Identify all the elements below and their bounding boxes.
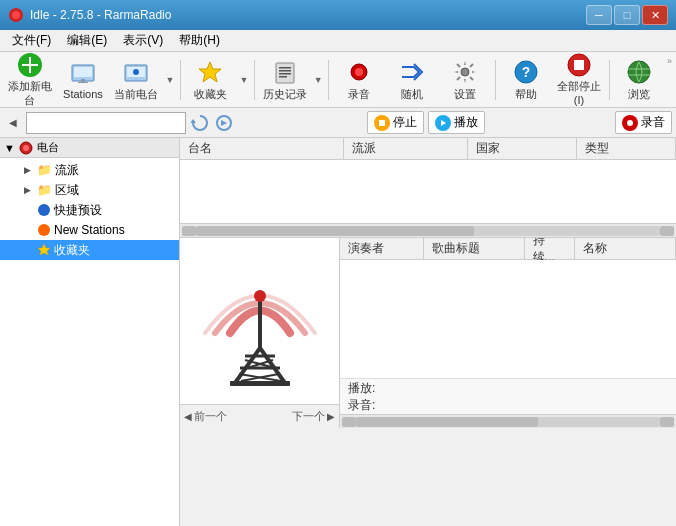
scroll-track[interactable]	[196, 226, 660, 236]
maximize-button[interactable]: □	[614, 5, 640, 25]
svg-rect-14	[279, 67, 291, 69]
scroll-right-btn[interactable]	[660, 226, 674, 236]
tree-item-presets[interactable]: 快捷预设	[0, 200, 179, 220]
rec-icon	[622, 115, 638, 131]
player-back-arrow[interactable]: ◀	[4, 114, 22, 132]
tree-item-genre[interactable]: ▶ 📁 流派	[0, 160, 179, 180]
next-arrow-icon: ▶	[327, 411, 335, 422]
play-button[interactable]: 播放	[428, 111, 485, 134]
record-icon	[345, 58, 373, 86]
svg-rect-8	[78, 82, 88, 83]
tree-item-region[interactable]: ▶ 📁 区域	[0, 180, 179, 200]
radio-tower-svg	[195, 268, 325, 398]
next-button[interactable]: 下一个 ▶	[292, 409, 335, 424]
col-performer[interactable]: 演奏者	[340, 238, 424, 259]
menu-view[interactable]: 表示(V)	[115, 30, 171, 51]
stop-all-button[interactable]: 全部停止(I)	[553, 55, 604, 105]
svg-point-34	[23, 145, 29, 151]
separator-5	[609, 60, 610, 100]
help-label: 帮助	[515, 88, 537, 101]
svg-marker-37	[38, 244, 50, 255]
svg-point-20	[461, 68, 469, 76]
sync-button[interactable]	[212, 111, 236, 135]
station-list-body[interactable]	[180, 160, 676, 223]
separator-2	[254, 60, 255, 100]
station-list-scrollbar[interactable]	[180, 223, 676, 237]
random-button[interactable]: 随机	[386, 55, 437, 105]
toolbar-chevron-2[interactable]: ▼	[238, 55, 250, 105]
help-icon: ?	[512, 58, 540, 86]
expand-region-icon: ▶	[24, 185, 34, 195]
col-genre[interactable]: 流派	[344, 138, 468, 159]
svg-rect-6	[74, 67, 92, 77]
album-art-image	[190, 263, 330, 403]
title-bar: Idle - 2.75.8 - RarmaRadio ─ □ ✕	[0, 0, 676, 30]
tree-item-favorites[interactable]: 收藏夹	[0, 240, 179, 260]
genre-label: 流派	[55, 162, 79, 179]
toolbar-chevron-3[interactable]: ▼	[312, 55, 324, 105]
next-label: 下一个	[292, 409, 325, 424]
add-station-button[interactable]: 添加新电台	[4, 55, 55, 105]
tree-expand-icon[interactable]: ▼	[4, 142, 15, 154]
favorites-button[interactable]: 收藏夹	[185, 55, 236, 105]
separator-1	[180, 60, 181, 100]
scroll-left-btn[interactable]	[182, 226, 196, 236]
transport-controls: 停止 播放	[367, 111, 485, 134]
tree-body: ▶ 📁 流派 ▶ 📁 区域 快捷预设 New S	[0, 158, 179, 526]
col-name[interactable]: 名称	[575, 238, 676, 259]
favorites-label: 收藏夹	[194, 88, 227, 101]
station-dropdown[interactable]	[26, 112, 186, 134]
sync-icon	[215, 114, 233, 132]
toolbar-chevron-1[interactable]: ▼	[164, 55, 176, 105]
track-scroll-right[interactable]	[660, 417, 674, 427]
content-area: 台名 流派 国家 类型	[180, 138, 676, 526]
settings-button[interactable]: 设置	[440, 55, 491, 105]
browse-button[interactable]: 浏览	[614, 55, 665, 105]
toolbar-overflow[interactable]: »	[667, 54, 672, 66]
svg-marker-28	[191, 119, 196, 123]
close-button[interactable]: ✕	[642, 5, 668, 25]
col-country[interactable]: 国家	[468, 138, 577, 159]
add-station-icon	[16, 52, 44, 78]
play-status-line: 播放:	[348, 380, 668, 397]
menu-edit[interactable]: 编辑(E)	[59, 30, 115, 51]
stations-button[interactable]: Stations	[57, 55, 108, 105]
toolbar: 添加新电台 Stations 当前电台 ▼	[0, 52, 676, 108]
track-list-body[interactable]	[340, 260, 676, 378]
nav-controls: ◀ 前一个 下一个 ▶	[180, 404, 339, 428]
menu-help[interactable]: 帮助(H)	[171, 30, 228, 51]
stop-button[interactable]: 停止	[367, 111, 424, 134]
track-scrollbar[interactable]	[340, 414, 676, 428]
help-button[interactable]: ? 帮助	[500, 55, 551, 105]
refresh-button[interactable]	[188, 111, 212, 135]
svg-rect-46	[230, 381, 290, 386]
track-scroll-left[interactable]	[342, 417, 356, 427]
col-song-title[interactable]: 歌曲标题	[424, 238, 525, 259]
tree-item-new-stations[interactable]: New Stations	[0, 220, 179, 240]
minimize-button[interactable]: ─	[586, 5, 612, 25]
record-button[interactable]: 录音	[333, 55, 384, 105]
col-type[interactable]: 类型	[577, 138, 676, 159]
col-station-name[interactable]: 台名	[180, 138, 344, 159]
scroll-thumb[interactable]	[196, 226, 474, 236]
svg-rect-30	[379, 120, 385, 126]
history-button[interactable]: 历史记录	[259, 55, 310, 105]
menu-file[interactable]: 文件(F)	[4, 30, 59, 51]
stop-all-label: 全部停止(I)	[556, 80, 601, 106]
tree-header-label: 电台	[37, 140, 59, 155]
stop-icon	[374, 115, 390, 131]
track-scroll-track[interactable]	[356, 417, 660, 427]
col-duration[interactable]: 持续...	[525, 238, 575, 259]
app-icon	[8, 7, 24, 23]
track-scroll-thumb[interactable]	[356, 417, 538, 427]
record-status-line: 录音:	[348, 397, 668, 414]
record-transport-button[interactable]: 录音	[615, 111, 672, 134]
browse-icon	[625, 58, 653, 86]
svg-point-47	[254, 290, 266, 302]
record-transport-label: 录音	[641, 114, 665, 131]
current-station-label: 当前电台	[114, 88, 158, 101]
prev-button[interactable]: ◀ 前一个	[184, 409, 227, 424]
station-list-header: 台名 流派 国家 类型	[180, 138, 676, 160]
current-station-button[interactable]: 当前电台	[111, 55, 162, 105]
favorites-icon	[196, 58, 224, 86]
